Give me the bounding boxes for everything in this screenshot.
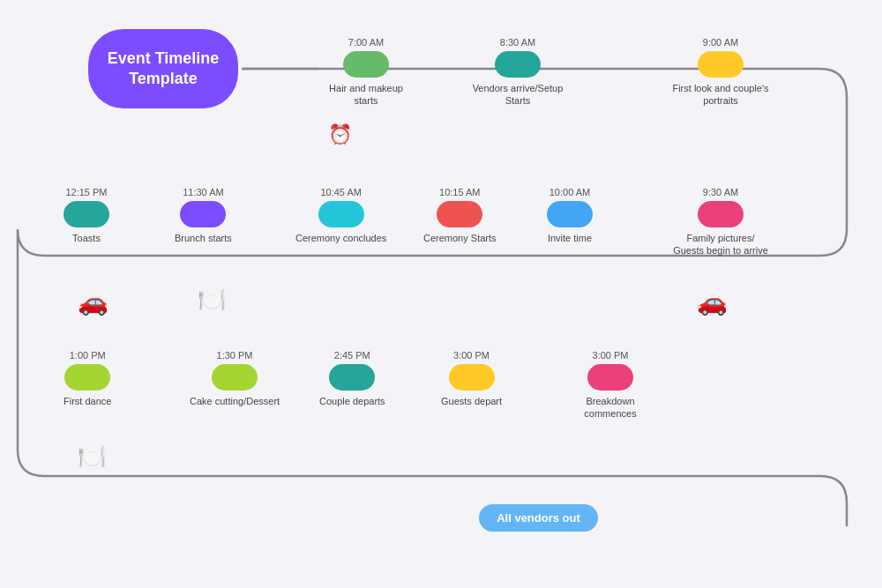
- node-ceremony-concludes: 10:45 AM Ceremony concludes: [295, 187, 386, 244]
- node-invite: 10:00 AM Invite time: [547, 187, 593, 244]
- node-breakdown: 3:00 PM Breakdown commences: [562, 350, 659, 421]
- final-node: All vendors out: [479, 504, 598, 532]
- fork-icon-row2: 🍽️: [198, 287, 226, 314]
- node-toasts: 12:15 PM Toasts: [64, 187, 109, 244]
- clock-icon: ⏰: [328, 123, 352, 146]
- node-first-dance: 1:00 PM First dance: [64, 350, 111, 407]
- fork-icon-row3: 🍽️: [78, 443, 106, 471]
- node-brunch: 11:30 AM Brunch starts: [175, 187, 232, 244]
- car-icon-right: 🚗: [697, 287, 728, 316]
- node-hair: 7:00 AM Hair and makeup starts: [318, 37, 415, 108]
- final-node-container: 4:00 PM All vendors out: [520, 504, 557, 519]
- node-vendors: 8:30 AM Vendors arrive/Setup Starts: [469, 37, 566, 108]
- node-cake: 1:30 PM Cake cutting/Dessert: [190, 350, 280, 407]
- node-couple-departs: 2:45 PM Couple departs: [319, 350, 385, 407]
- node-ceremony-starts: 10:15 AM Ceremony Starts: [423, 187, 497, 244]
- title-label: Event Timeline Template: [88, 29, 238, 108]
- node-guests-depart: 3:00 PM Guests depart: [441, 350, 502, 407]
- canvas: Event Timeline Template 7:00 AM Hair and…: [0, 0, 882, 588]
- node-family-pictures: 9:30 AM Family pictures/ Guests begin to…: [672, 187, 769, 257]
- node-firstlook: 9:00 AM First look and couple's portrait…: [672, 37, 769, 108]
- car-icon-left: 🚗: [78, 287, 108, 316]
